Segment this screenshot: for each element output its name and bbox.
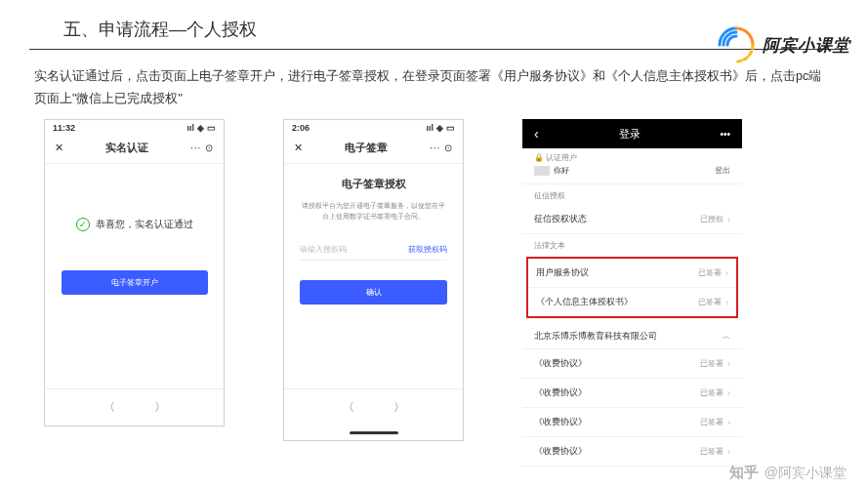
logo-arc-icon — [716, 24, 757, 65]
row-label: 征信授权状态 — [534, 213, 587, 225]
success-message: ✓ 恭喜您，实名认证通过 — [76, 218, 193, 231]
credit-auth-section: 征信授权 — [522, 184, 742, 205]
esign-auth-title: 电子签章授权 — [300, 178, 447, 191]
row-status: 已签署 — [700, 446, 723, 457]
close-icon[interactable]: ✕ — [55, 142, 63, 154]
user-greeting-row: 🔒 认证用户 你好 登出 — [522, 148, 742, 184]
wifi-icon: ◈ — [436, 123, 443, 133]
more-icon[interactable]: ··· ⊙ — [430, 142, 453, 153]
row-status: 已签署 — [700, 387, 723, 398]
status-icons: ııl ◈ ▭ — [426, 123, 455, 133]
user-section-label: 🔒 认证用户 — [534, 152, 577, 163]
success-text: 恭喜您，实名认证通过 — [96, 218, 193, 231]
wifi-icon: ◈ — [197, 123, 204, 133]
next-icon[interactable]: 〉 — [154, 399, 166, 416]
list-item[interactable]: 用户服务协议 已签署› — [528, 259, 736, 288]
list-item[interactable]: 《收费协议》 已签署› — [522, 349, 742, 379]
chevron-right-icon: › — [727, 388, 730, 398]
chevron-right-icon: › — [727, 418, 730, 427]
row-status: 已签署 — [698, 297, 722, 307]
auth-code-row: 请输入授权码 获取授权码 — [300, 239, 447, 261]
back-icon[interactable]: ‹ — [534, 126, 539, 142]
pager: 〈 〉 — [45, 388, 224, 426]
nav-title: 实名认证 — [105, 141, 148, 155]
auth-code-input[interactable]: 请输入授权码 — [300, 244, 347, 255]
battery-icon: ▭ — [446, 123, 455, 133]
open-esign-button[interactable]: 电子签章开户 — [62, 270, 208, 295]
nav-title: 登录 — [619, 127, 641, 142]
status-bar: 11:32 ııl ◈ ▭ — [45, 120, 224, 136]
chevron-right-icon: › — [727, 215, 730, 224]
row-label: 《个人信息主体授权书》 — [536, 296, 633, 308]
nav-bar: ✕ 电子签章 ··· ⊙ — [284, 136, 463, 164]
next-icon[interactable]: 〉 — [393, 399, 405, 416]
prev-icon[interactable]: 〈 — [103, 399, 115, 416]
battery-icon: ▭ — [207, 123, 216, 133]
list-item[interactable]: 《收费协议》 已签署› — [522, 379, 742, 408]
zhihu-logo-icon: 知乎 — [729, 464, 759, 482]
chevron-right-icon: › — [727, 359, 730, 369]
row-status: 已授权 — [700, 214, 723, 224]
phone-screenshot-3: ‹ 登录 ••• 🔒 认证用户 你好 登出 征信授权 征信授权状态 已授权› 法… — [522, 119, 742, 467]
nav-bar: ‹ 登录 ••• — [522, 119, 742, 148]
get-code-link[interactable]: 获取授权码 — [408, 244, 447, 255]
nav-title: 电子签章 — [345, 141, 388, 155]
row-label: 《收费协议》 — [534, 416, 587, 428]
phone-screenshots-row: 11:32 ııl ◈ ▭ ✕ 实名认证 ··· ⊙ ✓ 恭喜您，实名认证通过 … — [0, 119, 868, 467]
watermark: 知乎 @阿宾小课堂 — [729, 464, 847, 482]
phone-screenshot-2: 2:06 ııl ◈ ▭ ✕ 电子签章 ··· ⊙ 电子签章授权 请授权平台为您… — [283, 119, 464, 441]
chevron-up-icon: ︿ — [723, 331, 730, 342]
status-icons: ııl ◈ ▭ — [186, 123, 216, 133]
law-text-section: 法律文本 — [522, 234, 742, 255]
brand-logo: 阿宾小课堂 — [716, 24, 850, 65]
row-status: 已签署 — [698, 267, 722, 278]
list-item[interactable]: 《收费协议》 已签署› — [522, 437, 742, 467]
row-label: 《收费协议》 — [534, 357, 587, 370]
signal-icon: ııl — [186, 123, 194, 133]
greeting-text: 你好 — [554, 165, 569, 176]
esign-auth-desc: 请授权平台为您开通电子签章服务，以便您在平台上使用数字证书签署电子合同。 — [300, 201, 447, 222]
confirm-button[interactable]: 确认 — [300, 280, 447, 305]
company-name: 北京乐博乐博教育科技有限公司 — [534, 330, 657, 343]
more-icon[interactable]: ··· ⊙ — [190, 142, 214, 153]
list-item[interactable]: 《收费协议》 已签署› — [522, 408, 742, 437]
avatar — [534, 166, 550, 176]
highlighted-agreements: 用户服务协议 已签署› 《个人信息主体授权书》 已签署› — [526, 257, 738, 318]
row-status: 已签署 — [700, 358, 723, 369]
logo-text: 阿宾小课堂 — [763, 34, 850, 57]
company-group[interactable]: 北京乐博乐博教育科技有限公司 ︿ — [522, 320, 742, 349]
signal-icon: ııl — [426, 123, 434, 133]
home-indicator — [350, 431, 398, 434]
list-item[interactable]: 《个人信息主体授权书》 已签署› — [528, 288, 736, 316]
phone1-body: ✓ 恭喜您，实名认证通过 电子签章开户 — [45, 164, 224, 388]
status-bar: 2:06 ııl ◈ ▭ — [284, 120, 463, 136]
status-time: 11:32 — [53, 123, 75, 133]
chevron-right-icon: › — [725, 298, 728, 307]
chevron-right-icon: › — [725, 268, 728, 278]
more-icon[interactable]: ••• — [720, 129, 730, 140]
nav-bar: ✕ 实名认证 ··· ⊙ — [45, 136, 224, 164]
check-circle-icon: ✓ — [76, 218, 90, 231]
logout-link[interactable]: 登出 — [715, 165, 730, 176]
chevron-right-icon: › — [727, 447, 730, 457]
prev-icon[interactable]: 〈 — [343, 399, 354, 416]
close-icon[interactable]: ✕ — [294, 142, 303, 154]
list-item[interactable]: 征信授权状态 已授权› — [522, 205, 742, 234]
phone-screenshot-1: 11:32 ııl ◈ ▭ ✕ 实名认证 ··· ⊙ ✓ 恭喜您，实名认证通过 … — [44, 119, 225, 427]
phone2-body: 电子签章授权 请授权平台为您开通电子签章服务，以便您在平台上使用数字证书签署电子… — [284, 164, 463, 388]
watermark-handle: @阿宾小课堂 — [765, 465, 847, 482]
row-label: 《收费协议》 — [534, 445, 587, 458]
pager: 〈 〉 — [284, 388, 463, 426]
status-time: 2:06 — [292, 123, 310, 133]
row-status: 已签署 — [700, 417, 723, 427]
row-label: 《收费协议》 — [534, 386, 587, 399]
row-label: 用户服务协议 — [536, 266, 589, 279]
